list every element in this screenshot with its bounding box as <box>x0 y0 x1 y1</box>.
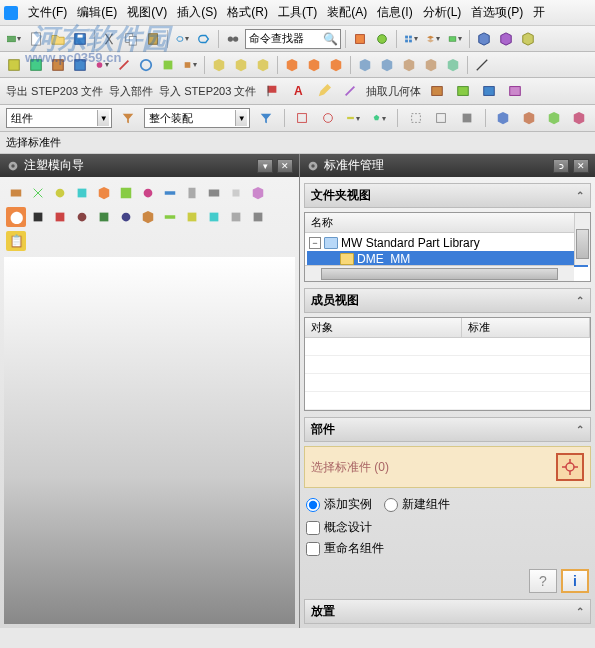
menu-file[interactable]: 文件(F) <box>24 2 71 23</box>
new-icon[interactable] <box>26 29 46 49</box>
t2-8-icon[interactable] <box>158 55 178 75</box>
menu-analyze[interactable]: 分析(L) <box>419 2 466 23</box>
parts-header[interactable]: 部件⌃ <box>304 417 591 442</box>
mw-8-icon[interactable] <box>160 183 180 203</box>
cube-purple-icon[interactable] <box>496 29 516 49</box>
book1-icon[interactable] <box>427 81 447 101</box>
cube-blue-icon[interactable] <box>474 29 494 49</box>
folder-view-header[interactable]: 文件夹视图⌃ <box>304 183 591 208</box>
redo-icon[interactable] <box>194 29 214 49</box>
book3-icon[interactable] <box>479 81 499 101</box>
left-panel-close[interactable]: ✕ <box>277 159 293 173</box>
menu-assembly[interactable]: 装配(A) <box>323 2 371 23</box>
tree-root[interactable]: − MW Standard Part Library <box>307 235 588 251</box>
mw-5-icon[interactable] <box>94 183 114 203</box>
filter2-icon[interactable] <box>256 108 275 128</box>
mold-4-icon[interactable] <box>421 55 441 75</box>
component-combo[interactable]: ▼ <box>6 108 112 128</box>
mw-b1-icon[interactable]: ⬤ <box>6 207 26 227</box>
t2-6-icon[interactable] <box>114 55 134 75</box>
tool-b-icon[interactable] <box>372 29 392 49</box>
info-button[interactable]: i <box>561 569 589 593</box>
book4-icon[interactable] <box>505 81 525 101</box>
assembly-combo[interactable]: ▼ <box>144 108 250 128</box>
mw-1-icon[interactable] <box>6 183 26 203</box>
placement-header[interactable]: 放置⌃ <box>304 599 591 624</box>
menu-tools[interactable]: 工具(T) <box>274 2 321 23</box>
box-orange1-icon[interactable] <box>282 55 302 75</box>
mw-b6-icon[interactable] <box>116 207 136 227</box>
col-standard[interactable]: 标准 <box>462 318 590 337</box>
radio-new-component[interactable]: 新建组件 <box>384 496 450 513</box>
sel1-icon[interactable] <box>293 108 312 128</box>
t2-2-icon[interactable] <box>26 55 46 75</box>
mw-b4-icon[interactable] <box>72 207 92 227</box>
sel4-icon[interactable] <box>369 108 389 128</box>
box-a-icon[interactable] <box>406 108 425 128</box>
mw-b7-icon[interactable] <box>138 207 158 227</box>
cube1-icon[interactable] <box>494 108 513 128</box>
box-yellow1-icon[interactable] <box>209 55 229 75</box>
command-finder[interactable]: 🔍 <box>245 29 341 49</box>
table-row[interactable] <box>305 374 590 392</box>
wand-icon[interactable] <box>340 81 360 101</box>
start-button[interactable] <box>4 29 24 49</box>
cut-icon[interactable] <box>99 29 119 49</box>
cube4-icon[interactable] <box>570 108 589 128</box>
check-rename-component[interactable]: 重命名组件 <box>306 540 589 557</box>
right-panel-close[interactable]: ✕ <box>573 159 589 173</box>
menu-format[interactable]: 格式(R) <box>223 2 272 23</box>
import-step-button[interactable]: 导入 STEP203 文件 <box>159 84 256 99</box>
filter1-icon[interactable] <box>118 108 137 128</box>
cube3-icon[interactable] <box>544 108 563 128</box>
help-button[interactable]: ? <box>529 569 557 593</box>
open-icon[interactable] <box>48 29 68 49</box>
sel3-icon[interactable] <box>343 108 363 128</box>
tree-hscroll[interactable] <box>305 265 574 281</box>
mw-2-icon[interactable] <box>28 183 48 203</box>
col-object[interactable]: 对象 <box>305 318 462 337</box>
pencil-icon[interactable] <box>314 81 334 101</box>
search-icon[interactable]: 🔍 <box>320 29 340 49</box>
box-yellow3-icon[interactable] <box>253 55 273 75</box>
mw-10-icon[interactable] <box>204 183 224 203</box>
save-icon[interactable] <box>70 29 90 49</box>
box-b-icon[interactable] <box>432 108 451 128</box>
box-orange2-icon[interactable] <box>304 55 324 75</box>
menu-info[interactable]: 信息(I) <box>373 2 416 23</box>
line-tool-icon[interactable] <box>472 55 492 75</box>
export-step-button[interactable]: 导出 STEP203 文件 <box>6 84 103 99</box>
mold-2-icon[interactable] <box>377 55 397 75</box>
text-a-icon[interactable]: A <box>288 81 308 101</box>
menu-view[interactable]: 视图(V) <box>123 2 171 23</box>
radio-add-instance[interactable]: 添加实例 <box>306 496 372 513</box>
mw-4-icon[interactable] <box>72 183 92 203</box>
mw-11-icon[interactable] <box>226 183 246 203</box>
undo-icon[interactable] <box>172 29 192 49</box>
command-finder-input[interactable] <box>246 33 320 45</box>
t2-3-icon[interactable] <box>48 55 68 75</box>
box-orange3-icon[interactable] <box>326 55 346 75</box>
mw-b5-icon[interactable] <box>94 207 114 227</box>
t2-7-icon[interactable] <box>136 55 156 75</box>
binoculars-icon[interactable] <box>223 29 243 49</box>
book2-icon[interactable] <box>453 81 473 101</box>
mw-7-icon[interactable] <box>138 183 158 203</box>
t2-4-icon[interactable] <box>70 55 90 75</box>
menu-insert[interactable]: 插入(S) <box>173 2 221 23</box>
mw-b9-icon[interactable] <box>182 207 202 227</box>
mw-b2-icon[interactable] <box>28 207 48 227</box>
menu-edit[interactable]: 编辑(E) <box>73 2 121 23</box>
table-row[interactable] <box>305 338 590 356</box>
sel2-icon[interactable] <box>318 108 337 128</box>
mw-b3-icon[interactable] <box>50 207 70 227</box>
mw-c1-icon[interactable]: 📋 <box>6 231 26 251</box>
tree-vscroll[interactable] <box>574 213 590 265</box>
mw-b11-icon[interactable] <box>226 207 246 227</box>
mold-3-icon[interactable] <box>399 55 419 75</box>
member-view-header[interactable]: 成员视图⌃ <box>304 288 591 313</box>
table-row[interactable] <box>305 356 590 374</box>
mw-6-icon[interactable] <box>116 183 136 203</box>
box-yellow2-icon[interactable] <box>231 55 251 75</box>
import-part-button[interactable]: 导入部件 <box>109 84 153 99</box>
